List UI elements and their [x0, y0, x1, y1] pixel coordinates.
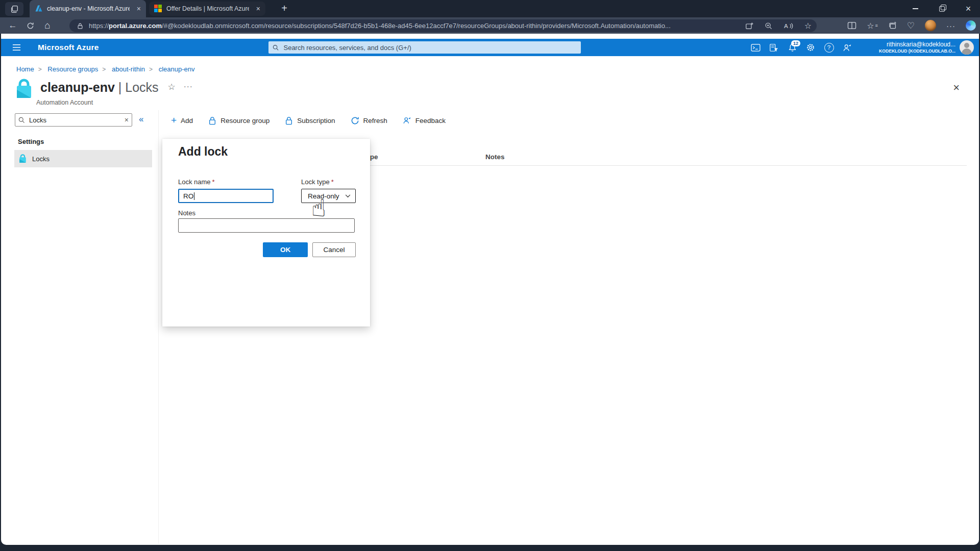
title-overflow-icon[interactable]: ···	[184, 79, 193, 94]
sidebar-item-locks[interactable]: Locks	[14, 150, 152, 167]
sidebar-search[interactable]: ×	[15, 113, 132, 127]
settings-menu-icon[interactable]: ···	[946, 21, 955, 30]
account-tenant: KODEKLOUD (KODEKLOUDLAB.O...	[879, 48, 955, 54]
favorites-icon[interactable]: ☆≡	[867, 21, 878, 31]
url-text: https://portal.azure.com/#@kodekloudlab.…	[89, 22, 671, 30]
sidebar-collapse-button[interactable]: «	[139, 114, 143, 124]
tab-actions-button[interactable]	[5, 2, 23, 16]
tab-close-icon[interactable]: ×	[137, 5, 141, 12]
subscription-lock-button[interactable]: Subscription	[285, 116, 335, 125]
plus-icon: +	[171, 116, 177, 125]
home-button[interactable]: ⌂	[39, 20, 56, 31]
azure-favicon	[35, 5, 43, 13]
cancel-button[interactable]: Cancel	[312, 242, 356, 257]
account-avatar[interactable]	[960, 40, 974, 55]
column-header-notes[interactable]: Notes	[485, 153, 505, 161]
add-label: Add	[181, 117, 193, 124]
account-email: rithinskaria@kodekloud...	[879, 41, 955, 48]
read-aloud-icon[interactable]: A	[784, 22, 793, 30]
clear-search-icon[interactable]: ×	[125, 116, 129, 124]
ok-button[interactable]: OK	[263, 242, 308, 257]
breadcrumb-home[interactable]: Home	[16, 65, 46, 73]
page-title-row: cleanup-env | Locks ☆ ···	[15, 79, 193, 99]
azure-header: Microsoft Azure	[1, 39, 979, 56]
zoom-icon[interactable]	[765, 22, 773, 30]
refresh-label: Refresh	[363, 117, 387, 124]
feedback-button[interactable]: Feedback	[403, 116, 446, 124]
azure-brand[interactable]: Microsoft Azure	[38, 43, 99, 52]
help-button[interactable]: ?	[820, 39, 838, 56]
notes-label: Notes	[178, 209, 195, 217]
breadcrumb-about-rithin[interactable]: about-rithin	[112, 65, 157, 73]
global-search-input[interactable]	[282, 43, 577, 52]
microsoft-favicon	[154, 5, 162, 13]
blade-close-button[interactable]: ×	[953, 82, 960, 93]
sidebar-divider	[158, 110, 159, 544]
split-screen-icon[interactable]	[745, 22, 753, 30]
minimize-icon	[913, 8, 918, 9]
cursor-hand: ☝	[311, 194, 326, 222]
refresh-icon	[27, 22, 34, 30]
add-lock-dialog: Add lock Lock name* Lock type* RO Read-o…	[162, 139, 370, 327]
notes-input-wrap	[178, 218, 355, 233]
window-minimize-button[interactable]	[903, 0, 927, 17]
cloud-shell-icon	[751, 44, 761, 52]
cloud-shell-button[interactable]	[746, 39, 765, 56]
settings-button[interactable]	[801, 39, 820, 56]
breadcrumb: Home Resource groups about-rithin cleanu…	[16, 65, 194, 73]
command-bar: + Add Resource group Subscription	[171, 113, 446, 128]
search-icon	[18, 117, 25, 123]
window-restore-button[interactable]	[930, 0, 953, 17]
refresh-button[interactable]: Refresh	[351, 116, 387, 125]
new-tab-button[interactable]: +	[278, 3, 291, 15]
global-search[interactable]	[268, 41, 581, 54]
browser-window: cleanup-env - Microsoft Azure × Offer De…	[0, 0, 980, 551]
back-button[interactable]: ←	[4, 20, 21, 31]
add-button[interactable]: + Add	[171, 116, 193, 125]
resource-group-label: Resource group	[220, 117, 270, 124]
tab-strip: cleanup-env - Microsoft Azure × Offer De…	[0, 0, 980, 17]
lock-type-label: Lock type*	[301, 178, 334, 186]
resource-group-lock-button[interactable]: Resource group	[208, 116, 270, 125]
account-info[interactable]: rithinskaria@kodekloud... KODEKLOUD (KOD…	[879, 41, 955, 54]
tab-title: cleanup-env - Microsoft Azure	[47, 5, 130, 12]
address-bar[interactable]: https://portal.azure.com/#@kodekloudlab.…	[69, 19, 817, 32]
collections-icon[interactable]	[888, 21, 897, 30]
split-window-icon[interactable]	[847, 21, 856, 30]
portal-menu-button[interactable]	[7, 39, 26, 56]
feedback-button[interactable]	[838, 39, 856, 56]
pin-favorite-icon[interactable]: ☆	[168, 79, 176, 96]
notes-input[interactable]	[183, 221, 350, 230]
directory-filter-icon	[769, 43, 778, 52]
breadcrumb-cleanup-env[interactable]: cleanup-env	[159, 65, 195, 73]
svg-text:A: A	[784, 22, 788, 29]
feedback-label: Feedback	[415, 117, 446, 124]
feedback-icon	[403, 116, 411, 124]
locks-icon	[18, 154, 27, 163]
lock-name-value: RO	[183, 192, 193, 200]
browser-essentials-icon[interactable]: ♡	[907, 20, 915, 31]
workspaces-icon	[10, 5, 19, 14]
tab-offer-details[interactable]: Offer Details | Microsoft Azure ×	[149, 2, 265, 16]
window-close-button[interactable]: ×	[957, 0, 980, 17]
page-subtitle: Automation Account	[36, 99, 93, 106]
tab-cleanup-env[interactable]: cleanup-env - Microsoft Azure ×	[30, 0, 146, 17]
star-icon: ☆	[867, 21, 874, 31]
copilot-icon[interactable]	[966, 20, 976, 31]
restore-icon	[939, 6, 945, 12]
lock-type-dropdown[interactable]: Read-only	[301, 189, 356, 203]
breadcrumb-resource-groups[interactable]: Resource groups	[47, 65, 110, 73]
sidebar-section-settings: Settings	[18, 138, 44, 145]
notifications-button[interactable]: 12	[783, 39, 801, 56]
refresh-button[interactable]	[21, 22, 39, 30]
required-marker: *	[212, 178, 215, 186]
list-lines-decoration: ≡	[875, 23, 877, 28]
dialog-title: Add lock	[178, 145, 228, 159]
profile-avatar[interactable]	[925, 20, 936, 31]
lock-icon	[208, 116, 216, 125]
sidebar-search-input[interactable]	[28, 116, 121, 124]
tab-close-icon[interactable]: ×	[256, 5, 260, 12]
lock-name-input[interactable]: RO	[178, 189, 274, 203]
directory-filter-button[interactable]	[765, 39, 783, 56]
favorite-star-icon[interactable]: ☆	[804, 21, 812, 31]
